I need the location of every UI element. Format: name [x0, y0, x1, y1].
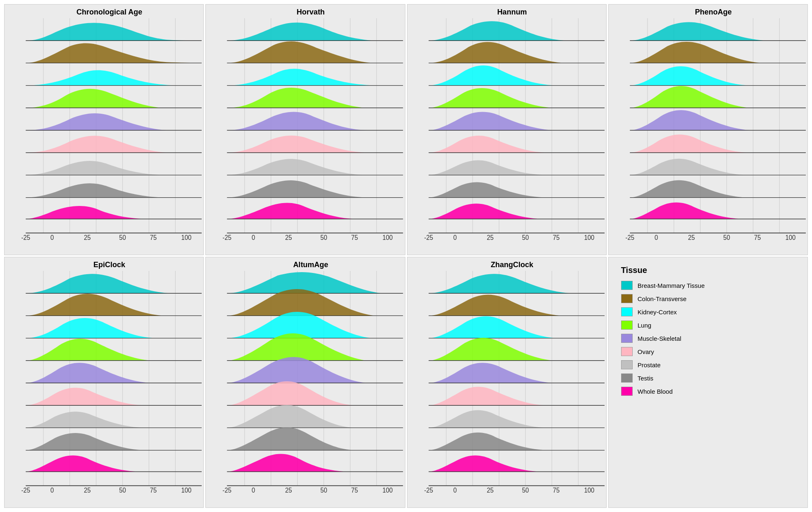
svg-text:0: 0: [655, 234, 658, 241]
legend-item-colon: Colon-Transverse: [621, 294, 799, 303]
legend-item-kidney: Kidney-Cortex: [621, 307, 799, 316]
svg-chronological-age: -25 0 25 50 75 100 Years: [17, 18, 202, 242]
legend-item-ovary: Ovary: [621, 347, 799, 356]
svg-text:100: 100: [383, 234, 393, 241]
svg-text:75: 75: [754, 234, 761, 241]
chart-area-hannum: -25 0 25 50 75 100 Years: [420, 18, 605, 242]
svg-text:50: 50: [522, 234, 529, 241]
legend-item-muscle: Muscle-Skeletal: [621, 334, 799, 343]
chart-epiclock: EpiClock: [4, 257, 204, 508]
chart-title-phenoage: PhenoAge: [695, 8, 732, 17]
svg-horvath: -25 0 25 50 75 100 Years: [218, 18, 403, 242]
legend-color-colon: [621, 294, 633, 303]
svg-text:75: 75: [351, 234, 358, 241]
legend-color-ovary: [621, 347, 633, 356]
legend-panel: Tissue Breast-Mammary Tissue Colon-Trans…: [608, 257, 808, 508]
svg-phenoage: -25 0 25 50 75 100 Years: [621, 18, 806, 242]
svg-text:25: 25: [688, 234, 695, 241]
legend-label-lung: Lung: [638, 322, 651, 329]
svg-text:0: 0: [50, 487, 54, 494]
chart-zhangclock: ZhangClock: [407, 257, 607, 508]
svg-text:50: 50: [321, 487, 328, 494]
svg-text:0: 0: [252, 234, 255, 241]
legend-label-testis: Testis: [638, 375, 653, 382]
svg-text:75: 75: [150, 234, 157, 241]
svg-text:0: 0: [453, 487, 457, 494]
legend-item-testis: Testis: [621, 373, 799, 383]
svg-text:0: 0: [453, 234, 457, 241]
svg-text:-25: -25: [424, 234, 433, 241]
svg-text:75: 75: [552, 487, 560, 494]
svg-text:50: 50: [119, 234, 126, 241]
chart-phenoage: PhenoAge: [608, 4, 808, 255]
svg-text:-25: -25: [223, 487, 232, 494]
svg-altumage: -25 0 25 50 75 100 Years: [218, 271, 403, 495]
chart-area-altumage: -25 0 25 50 75 100 Years: [218, 271, 403, 495]
legend-label-wholeblood: Whole Blood: [638, 388, 673, 395]
chart-title-zhangclock: ZhangClock: [491, 261, 533, 269]
chart-altumage: AltumAge: [205, 257, 405, 508]
chart-area-chronological-age: -25 0 25 50 75 100 Years: [17, 18, 202, 242]
svg-text:50: 50: [723, 234, 730, 241]
svg-text:-25: -25: [21, 487, 31, 494]
chart-area-epiclock: -25 0 25 50 75 100 Years: [17, 271, 202, 495]
svg-text:-25: -25: [625, 234, 634, 241]
legend-color-kidney: [621, 307, 633, 316]
svg-text:50: 50: [522, 487, 529, 494]
svg-text:-25: -25: [223, 234, 232, 241]
svg-text:25: 25: [487, 487, 494, 494]
chart-title-altumage: AltumAge: [293, 261, 328, 269]
svg-text:100: 100: [584, 487, 594, 494]
legend-label-prostate: Prostate: [638, 361, 661, 368]
legend-label-ovary: Ovary: [638, 348, 654, 355]
svg-text:100: 100: [383, 487, 393, 494]
legend-label-muscle: Muscle-Skeletal: [638, 335, 681, 342]
legend-color-muscle: [621, 334, 633, 343]
legend-item-prostate: Prostate: [621, 360, 799, 369]
legend-color-lung: [621, 321, 633, 330]
legend-item-lung: Lung: [621, 321, 799, 330]
svg-zhangclock: -25 0 25 50 75 100 Years: [420, 271, 605, 495]
chart-title-epiclock: EpiClock: [93, 261, 125, 269]
legend-color-wholeblood: [621, 387, 633, 396]
svg-text:75: 75: [351, 487, 358, 494]
legend-title: Tissue: [621, 266, 799, 275]
svg-text:25: 25: [84, 487, 91, 494]
svg-text:75: 75: [552, 234, 560, 241]
legend-color-testis: [621, 373, 633, 383]
svg-text:100: 100: [181, 487, 192, 494]
chart-title-hannum: Hannum: [497, 8, 527, 17]
svg-text:50: 50: [321, 234, 328, 241]
legend-label-kidney: Kidney-Cortex: [638, 309, 677, 316]
chart-title-horvath: Horvath: [297, 8, 325, 17]
legend-color-prostate: [621, 360, 633, 369]
legend-label-breast: Breast-Mammary Tissue: [638, 282, 705, 289]
svg-text:50: 50: [119, 487, 126, 494]
svg-text:100: 100: [584, 234, 594, 241]
svg-epiclock: -25 0 25 50 75 100 Years: [17, 271, 202, 495]
svg-text:0: 0: [50, 234, 54, 241]
legend-color-breast: [621, 281, 633, 290]
svg-text:100: 100: [785, 234, 795, 241]
chart-title-chronological-age: Chronological Age: [76, 8, 142, 17]
svg-text:100: 100: [181, 234, 192, 241]
main-container: Chronological Age: [0, 0, 812, 512]
chart-area-horvath: -25 0 25 50 75 100 Years: [218, 18, 403, 242]
svg-text:75: 75: [150, 487, 157, 494]
chart-area-phenoage: -25 0 25 50 75 100 Years: [621, 18, 806, 242]
chart-horvath: Horvath: [205, 4, 405, 255]
svg-text:-25: -25: [424, 487, 433, 494]
chart-hannum: Hannum: [407, 4, 607, 255]
chart-chronological-age: Chronological Age: [4, 4, 204, 255]
svg-text:25: 25: [84, 234, 91, 241]
svg-text:25: 25: [487, 234, 494, 241]
svg-hannum: -25 0 25 50 75 100 Years: [420, 18, 605, 242]
svg-text:25: 25: [285, 234, 292, 241]
legend-item-wholeblood: Whole Blood: [621, 387, 799, 396]
svg-text:25: 25: [285, 487, 292, 494]
legend-item-breast: Breast-Mammary Tissue: [621, 281, 799, 290]
svg-text:0: 0: [252, 487, 255, 494]
svg-text:-25: -25: [21, 234, 31, 241]
legend-label-colon: Colon-Transverse: [638, 295, 687, 302]
chart-area-zhangclock: -25 0 25 50 75 100 Years: [420, 271, 605, 495]
